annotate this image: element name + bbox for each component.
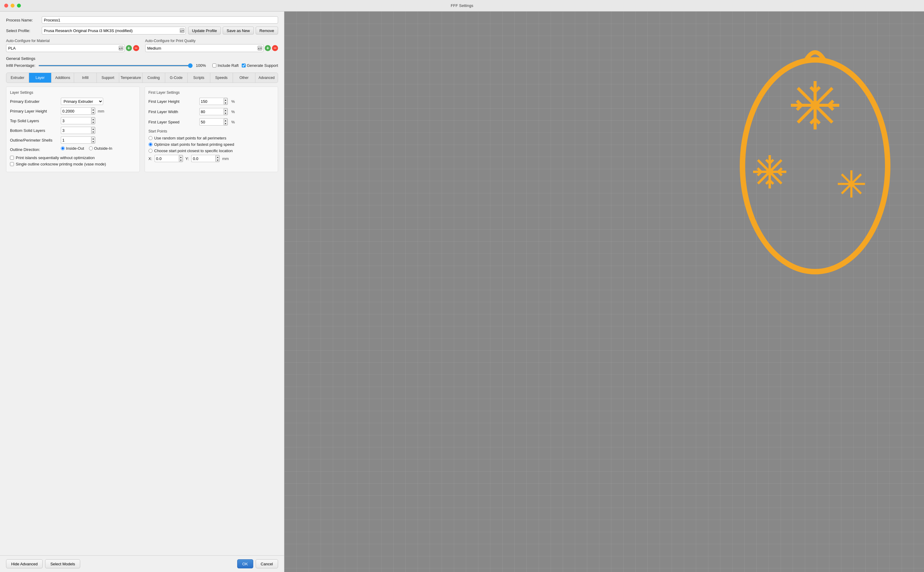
first-layer-height-increment[interactable]: ▲ (224, 98, 227, 101)
auto-configure-material-label: Auto-Configure for Material (6, 39, 139, 43)
quality-add-button[interactable]: + (265, 45, 271, 51)
profile-select[interactable]: Prusa Research Original Prusa i3 MK3S (m… (42, 26, 186, 34)
dialog-content: Process Name: Select Profile: Prusa Rese… (0, 11, 284, 555)
tab-other[interactable]: Other (233, 73, 256, 82)
first-layer-height-input[interactable] (199, 98, 224, 105)
first-layer-width-increment[interactable]: ▲ (224, 108, 227, 112)
top-solid-layers-input[interactable] (61, 117, 91, 124)
svg-point-26 (767, 169, 772, 174)
material-select[interactable]: PLA (6, 44, 124, 52)
material-select-container: PLA ▲▼ (6, 44, 124, 52)
process-name-row: Process Name: (6, 16, 278, 23)
material-add-button[interactable]: + (126, 45, 132, 51)
maximize-button[interactable] (17, 4, 21, 8)
layer-settings-title: Layer Settings (10, 90, 136, 95)
first-layer-settings-title: First Layer Settings (149, 90, 274, 95)
first-layer-height-decrement[interactable]: ▼ (224, 101, 227, 105)
x-increment[interactable]: ▲ (179, 155, 183, 159)
outline-perimeter-increment[interactable]: ▲ (91, 137, 95, 140)
outline-perimeter-input[interactable] (61, 137, 91, 144)
update-profile-button[interactable]: Update Profile (188, 26, 221, 34)
first-layer-width-row: First Layer Width ▲ ▼ % (149, 108, 274, 115)
ok-button[interactable]: OK (237, 559, 253, 568)
auto-configure-quality-controls: Medium ▲▼ + − (145, 44, 278, 52)
outside-in-radio[interactable] (89, 146, 93, 150)
tab-infill[interactable]: Infill (74, 73, 97, 82)
include-raft-label: Include Raft (218, 63, 238, 68)
y-decrement[interactable]: ▼ (216, 159, 219, 162)
cancel-button[interactable]: Cancel (256, 559, 278, 568)
tab-additions[interactable]: Additions (51, 73, 74, 82)
tab-support[interactable]: Support (97, 73, 120, 82)
hide-advanced-button[interactable]: Hide Advanced (6, 559, 43, 568)
primary-layer-height-increment[interactable]: ▲ (91, 108, 95, 111)
dialog-footer: Hide Advanced Select Models OK Cancel (0, 555, 284, 572)
material-remove-button[interactable]: − (133, 45, 139, 51)
footer-left-buttons: Hide Advanced Select Models (6, 559, 80, 568)
random-start-option: Use random start points for all perimete… (149, 136, 274, 140)
top-solid-layers-increment[interactable]: ▲ (91, 117, 95, 121)
random-start-radio[interactable] (149, 136, 152, 140)
first-layer-height-label: First Layer Height (149, 99, 197, 104)
tab-temperature[interactable]: Temperature (119, 73, 142, 82)
first-layer-speed-increment[interactable]: ▲ (224, 118, 227, 122)
first-layer-speed-input[interactable] (199, 118, 224, 126)
choose-start-radio[interactable] (149, 149, 152, 153)
y-increment[interactable]: ▲ (216, 155, 219, 159)
outline-perimeter-decrement[interactable]: ▼ (91, 140, 95, 143)
primary-layer-height-decrement[interactable]: ▼ (91, 111, 95, 114)
tab-cooling[interactable]: Cooling (143, 73, 165, 82)
first-layer-speed-decrement[interactable]: ▼ (224, 122, 227, 125)
quality-remove-button[interactable]: − (272, 45, 278, 51)
titlebar-buttons (4, 4, 21, 8)
inside-out-radio[interactable] (61, 146, 65, 150)
top-solid-layers-decrement[interactable]: ▼ (91, 121, 95, 124)
bottom-solid-layers-input[interactable] (61, 127, 91, 134)
infill-slider[interactable] (39, 65, 193, 66)
vase-mode-checkbox[interactable] (10, 162, 14, 166)
bottom-solid-layers-decrement[interactable]: ▼ (91, 131, 95, 134)
first-layer-width-input[interactable] (199, 108, 224, 115)
outline-perimeter-row: Outline/Perimeter Shells ▲ ▼ (10, 137, 136, 144)
close-button[interactable] (4, 4, 8, 8)
primary-extruder-select[interactable]: Primary Extruder (61, 98, 103, 105)
print-islands-label: Print islands sequentially without optim… (16, 155, 95, 160)
tab-speeds[interactable]: Speeds (210, 73, 233, 82)
save-as-new-button[interactable]: Save as New (223, 26, 254, 34)
outside-in-option: Outside-In (89, 146, 112, 151)
start-points-section: Start Points Use random start points for… (149, 129, 274, 162)
first-layer-panel: First Layer Settings First Layer Height … (145, 87, 278, 172)
start-points-title: Start Points (149, 129, 274, 134)
random-start-label: Use random start points for all perimete… (154, 136, 226, 140)
x-input-group: ▲ ▼ (155, 155, 183, 162)
tab-layer[interactable]: Layer (29, 73, 52, 82)
generate-support-label: Generate Support (247, 63, 278, 68)
print-islands-checkbox[interactable] (10, 156, 14, 160)
select-models-button[interactable]: Select Models (45, 559, 80, 568)
process-name-input[interactable] (42, 16, 278, 23)
x-input[interactable] (155, 155, 179, 162)
first-layer-width-decrement[interactable]: ▼ (224, 112, 227, 115)
remove-button[interactable]: Remove (256, 26, 278, 34)
primary-layer-height-unit: mm (98, 109, 104, 113)
minimize-button[interactable] (11, 4, 14, 8)
include-raft-checkbox[interactable] (212, 64, 216, 67)
primary-layer-height-input-group: ▲ ▼ (61, 107, 95, 115)
tab-advanced[interactable]: Advanced (255, 73, 278, 82)
bottom-solid-layers-increment[interactable]: ▲ (91, 127, 95, 131)
choose-start-option: Choose start point closest to specific l… (149, 149, 274, 153)
optimize-start-option: Optimize start points for fastest printi… (149, 142, 274, 147)
xy-coordinates-row: X: ▲ ▼ Y: (149, 155, 274, 162)
y-input[interactable] (191, 155, 215, 162)
profile-select-container: Prusa Research Original Prusa i3 MK3S (m… (42, 26, 186, 34)
first-layer-speed-label: First Layer Speed (149, 120, 197, 124)
optimize-start-radio[interactable] (149, 143, 152, 146)
generate-support-checkbox[interactable] (242, 64, 246, 67)
tab-gcode[interactable]: G-Code (165, 73, 188, 82)
tab-scripts[interactable]: Scripts (188, 73, 210, 82)
quality-select[interactable]: Medium (145, 44, 264, 52)
x-decrement[interactable]: ▼ (179, 159, 183, 162)
tab-extruder[interactable]: Extruder (6, 73, 29, 82)
primary-layer-height-input[interactable] (61, 107, 91, 115)
top-solid-layers-label: Top Solid Layers (10, 118, 58, 123)
